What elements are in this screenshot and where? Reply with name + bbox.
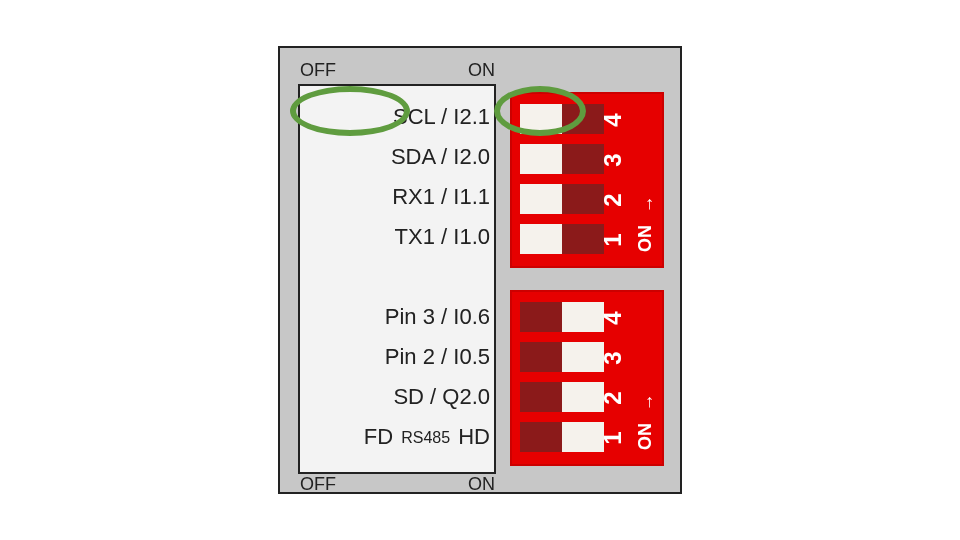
dip-switch-4-top[interactable] [520, 104, 604, 134]
pin-line-sd: SD / Q2.0 [292, 384, 490, 410]
dip-switch-track [520, 382, 562, 412]
dip-switch-block-bottom: 4 3 2 1 ON → [510, 290, 664, 466]
dip-on-label-top: ON [635, 225, 656, 252]
dip-switch-3-bot[interactable] [520, 342, 604, 372]
dip-num-1: 1 [599, 431, 627, 444]
dip-num-1: 1 [599, 233, 627, 246]
arrow-down-icon: → [639, 394, 660, 412]
off-label-bottom: OFF [300, 474, 336, 495]
pin-line-tx1: TX1 / I1.0 [292, 224, 490, 250]
dip-num-4: 4 [599, 311, 627, 324]
dip-on-label-bottom: ON [635, 423, 656, 450]
dip-switch-1-top[interactable] [520, 224, 604, 254]
dip-num-4: 4 [599, 113, 627, 126]
pin-line-rs485: FD RS485 HD [292, 424, 490, 450]
rs485-mid: RS485 [401, 429, 450, 446]
dip-num-2: 2 [599, 391, 627, 404]
on-label-top: ON [468, 60, 495, 81]
dip-switch-2-bot[interactable] [520, 382, 604, 412]
dip-switch-4-bot[interactable] [520, 302, 604, 332]
pin-line-rx1: RX1 / I1.1 [292, 184, 490, 210]
arrow-down-icon: → [639, 196, 660, 214]
dip-switch-slider [520, 144, 562, 174]
dip-num-3: 3 [599, 153, 627, 166]
dip-switch-2-top[interactable] [520, 184, 604, 214]
dip-switch-slider [520, 184, 562, 214]
dip-switch-1-bot[interactable] [520, 422, 604, 452]
dip-switch-track [520, 342, 562, 372]
pin-label-box [298, 84, 496, 474]
dip-switch-slider [520, 224, 562, 254]
pin-line-pin3: Pin 3 / I0.6 [292, 304, 490, 330]
dip-num-2: 2 [599, 193, 627, 206]
rs485-fd: FD [364, 424, 393, 449]
pin-line-scl: SCL / I2.1 [292, 104, 490, 130]
rs485-hd: HD [458, 424, 490, 449]
dip-switch-track [520, 302, 562, 332]
dip-num-3: 3 [599, 351, 627, 364]
pin-line-pin2: Pin 2 / I0.5 [292, 344, 490, 370]
dip-switch-track [520, 422, 562, 452]
on-label-bottom: ON [468, 474, 495, 495]
dip-switch-slider [520, 104, 562, 134]
dip-switch-3-top[interactable] [520, 144, 604, 174]
off-label-top: OFF [300, 60, 336, 81]
pin-line-sda: SDA / I2.0 [292, 144, 490, 170]
dip-switch-block-top: 4 3 2 1 ON → [510, 92, 664, 268]
dip-switch-panel: OFF ON SCL / I2.1 SDA / I2.0 RX1 / I1.1 … [278, 46, 682, 494]
